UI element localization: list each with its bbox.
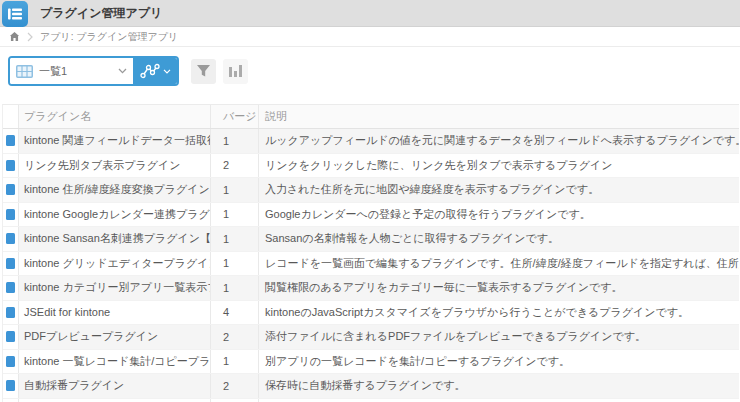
version-cell: 1 xyxy=(211,227,259,251)
record-icon-cell xyxy=(3,374,19,398)
record-document-icon[interactable] xyxy=(6,380,15,391)
kintone-plugin-app-screen: プラグイン管理アプリ アプリ: プラグイン管理アプリ 一覧1 xyxy=(0,0,740,402)
record-icon-cell xyxy=(3,301,19,325)
plugin-name-cell: kintone 一覧レコード集計/コピープラグイン xyxy=(19,350,211,374)
table-header-row: プラグイン名 バージョン 説明 xyxy=(3,105,739,129)
column-header-description[interactable]: 説明 xyxy=(259,105,739,128)
record-document-icon[interactable] xyxy=(6,209,15,220)
table-row[interactable]: kintone Sansan名刺連携プラグイン【人物編】 1 Sansanの名刺… xyxy=(3,227,739,252)
version-cell: 1 xyxy=(211,252,259,276)
plugin-name-cell: kintone グリッドエディタープラグイン xyxy=(19,252,211,276)
plugin-name-cell: kintone Sansan名刺連携プラグイン【人物編】 xyxy=(19,227,211,251)
description-cell: 別アプリの一覧レコードを集計/コピーするプラグインです。 xyxy=(259,350,739,374)
plugin-name-cell: PDFプレビュープラグイン xyxy=(19,325,211,349)
table-row[interactable]: JSEdit for kintone 4 kintoneのJavaScriptカ… xyxy=(3,301,739,326)
plugin-name-cell: kintone カテゴリー別アプリ一覧表示プラグイン xyxy=(19,276,211,300)
description-cell: 閲覧権限のあるアプリをカテゴリー毎に一覧表示するプラグインです。 xyxy=(259,276,739,300)
list-toolbar: 一覧1 xyxy=(8,56,740,86)
plugin-name-cell: JSEdit for kintone xyxy=(19,301,211,325)
version-cell: 4 xyxy=(211,301,259,325)
description-cell: 入力された住所を元に地図や緯度経度を表示するプラグインです。 xyxy=(259,178,739,202)
table-row[interactable]: kintone 一覧レコード集計/コピープラグイン 1 別アプリの一覧レコードを… xyxy=(3,350,739,375)
view-selector[interactable]: 一覧1 xyxy=(10,58,133,84)
node-graph-icon xyxy=(140,63,160,79)
plugin-list-table: プラグイン名 バージョン 説明 kintone 関連フィールドデータ一括取得プラ… xyxy=(2,104,739,402)
table-body: kintone 関連フィールドデータ一括取得プラグイン 1 ルックアップフィール… xyxy=(3,129,739,399)
plugin-name-cell: リンク先別タブ表示プラグイン xyxy=(19,154,211,178)
version-cell: 2 xyxy=(211,325,259,349)
table-row[interactable]: 自動採番プラグイン 2 保存時に自動採番するプラグインです。 xyxy=(3,374,739,399)
version-cell: 1 xyxy=(211,129,259,153)
description-cell: レコードを一覧画面で編集するプラグインです。住所/緯度/経度フィールドを指定すれ… xyxy=(259,252,739,276)
description-cell: ルックアップフィールドの値を元に関連するデータを別フィールドへ表示するプラグイン… xyxy=(259,129,739,153)
record-document-icon[interactable] xyxy=(6,160,15,171)
description-cell: Sansanの名刺情報を人物ごとに取得するプラグインです。 xyxy=(259,227,739,251)
record-document-icon[interactable] xyxy=(6,356,15,367)
record-icon-cell xyxy=(3,227,19,251)
record-icon-cell xyxy=(3,203,19,227)
record-document-icon[interactable] xyxy=(6,184,15,195)
record-document-icon[interactable] xyxy=(6,258,15,269)
plugin-name-cell: 自動採番プラグイン xyxy=(19,374,211,398)
description-cell: kintoneのJavaScriptカスタマイズをブラウザから行うことができるプ… xyxy=(259,301,739,325)
record-icon-cell xyxy=(3,129,19,153)
breadcrumb-app-link[interactable]: アプリ: プラグイン管理アプリ xyxy=(40,30,178,44)
app-header-bar: プラグイン管理アプリ xyxy=(0,0,740,27)
graph-button[interactable] xyxy=(133,58,177,84)
plugin-name-cell: kintone 住所/緯度経度変換プラグイン xyxy=(19,178,211,202)
description-cell: リンクをクリックした際に、リンク先を別タブで表示するプラグイン xyxy=(259,154,739,178)
description-cell: Googleカレンダーへの登録と予定の取得を行うプラグインです。 xyxy=(259,203,739,227)
app-icon[interactable] xyxy=(2,1,28,27)
table-row[interactable]: kintone グリッドエディタープラグイン 1 レコードを一覧画面で編集するプ… xyxy=(3,252,739,277)
view-selector-value: 一覧1 xyxy=(39,64,118,79)
record-icon-cell xyxy=(3,252,19,276)
table-row-partial xyxy=(3,399,739,402)
chevron-down-icon[interactable] xyxy=(118,68,127,74)
column-header-version[interactable]: バージョン xyxy=(211,105,259,128)
version-cell: 2 xyxy=(211,374,259,398)
home-icon[interactable] xyxy=(9,31,20,42)
version-cell: 1 xyxy=(211,178,259,202)
record-icon-cell xyxy=(3,178,19,202)
funnel-icon xyxy=(196,64,211,78)
table-row[interactable]: リンク先別タブ表示プラグイン 2 リンクをクリックした際に、リンク先を別タブで表… xyxy=(3,154,739,179)
version-cell: 1 xyxy=(211,276,259,300)
table-row[interactable]: PDFプレビュープラグイン 2 添付ファイルに含まれるPDFファイルをプレビュー… xyxy=(3,325,739,350)
record-document-icon[interactable] xyxy=(6,233,15,244)
column-header-plugin-name[interactable]: プラグイン名 xyxy=(19,105,211,128)
plugin-name-cell: kintone 関連フィールドデータ一括取得プラグイン xyxy=(19,129,211,153)
version-cell: 2 xyxy=(211,154,259,178)
record-document-icon[interactable] xyxy=(6,282,15,293)
record-document-icon[interactable] xyxy=(6,331,15,342)
filter-button[interactable] xyxy=(191,59,216,84)
record-icon-cell xyxy=(3,276,19,300)
record-document-icon[interactable] xyxy=(6,135,15,146)
table-grid-icon xyxy=(16,65,33,78)
list-glyph-icon xyxy=(7,6,23,22)
version-cell: 1 xyxy=(211,203,259,227)
breadcrumb-separator-icon xyxy=(27,32,33,42)
app-title: プラグイン管理アプリ xyxy=(40,5,162,22)
table-row[interactable]: kintone 関連フィールドデータ一括取得プラグイン 1 ルックアップフィール… xyxy=(3,129,739,154)
breadcrumb: アプリ: プラグイン管理アプリ xyxy=(0,27,740,47)
chart-button[interactable] xyxy=(223,59,248,84)
record-icon-cell xyxy=(3,154,19,178)
bar-chart-icon xyxy=(228,64,243,78)
record-document-icon[interactable] xyxy=(6,307,15,318)
record-icon-cell xyxy=(3,325,19,349)
chevron-down-icon xyxy=(163,69,171,74)
view-selector-group: 一覧1 xyxy=(8,56,179,86)
header-icon-cell xyxy=(3,105,19,128)
description-cell: 添付ファイルに含まれるPDFファイルをプレビューできるプラグインです。 xyxy=(259,325,739,349)
version-cell: 1 xyxy=(211,350,259,374)
table-row[interactable]: kintone 住所/緯度経度変換プラグイン 1 入力された住所を元に地図や緯度… xyxy=(3,178,739,203)
table-row[interactable]: kintone カテゴリー別アプリ一覧表示プラグイン 1 閲覧権限のあるアプリを… xyxy=(3,276,739,301)
description-cell: 保存時に自動採番するプラグインです。 xyxy=(259,374,739,398)
plugin-name-cell: kintone Googleカレンダー連携プラグイン xyxy=(19,203,211,227)
table-row[interactable]: kintone Googleカレンダー連携プラグイン 1 Googleカレンダー… xyxy=(3,203,739,228)
record-icon-cell xyxy=(3,350,19,374)
